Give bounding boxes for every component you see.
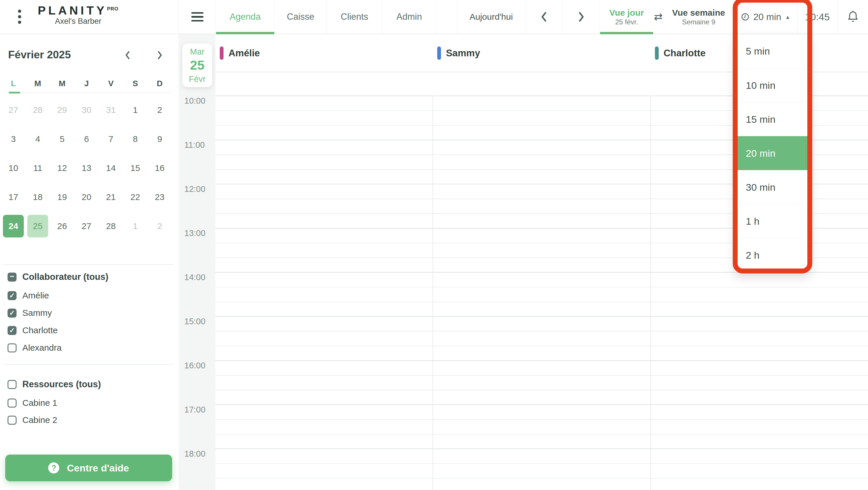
minicalendar-date-cell[interactable]: 2: [148, 212, 172, 241]
notifications-button[interactable]: [838, 0, 868, 34]
minicalendar-date-cell[interactable]: 19: [50, 183, 74, 212]
agenda-hour-row[interactable]: [215, 404, 868, 449]
date-number: 15: [125, 157, 146, 179]
minicalendar-date-cell[interactable]: 27: [1, 95, 26, 125]
nav-tab-label: Agenda: [229, 11, 261, 22]
collaborator-checkbox[interactable]: [7, 309, 17, 317]
view-week-sub: Semaine 9: [682, 18, 715, 26]
minicalendar-date-cell[interactable]: 10: [1, 154, 26, 183]
collaborators-section-header[interactable]: Collaborateur (tous): [7, 271, 108, 283]
minicalendar-date-cell[interactable]: 11: [26, 154, 50, 183]
kebab-menu-icon[interactable]: [18, 9, 21, 24]
agenda-hour-row[interactable]: [215, 272, 868, 316]
minicalendar-date-cell[interactable]: 31: [99, 95, 123, 125]
day-header-label: L: [11, 79, 16, 88]
granularity-option[interactable]: 30 min: [735, 170, 810, 204]
help-center-button[interactable]: ? Centre d'aide: [5, 455, 172, 481]
previous-day-button[interactable]: [525, 0, 563, 34]
agenda-hour-row[interactable]: [215, 449, 868, 490]
collaborator-checkbox[interactable]: [7, 343, 17, 353]
collaborator-checkbox[interactable]: [7, 326, 17, 335]
granularity-option-label: 1 h: [746, 216, 760, 227]
granularity-option[interactable]: 15 min: [735, 102, 810, 136]
minicalendar-date-cell[interactable]: 14: [99, 154, 123, 183]
time-label: 10:00: [179, 95, 215, 140]
minicalendar-date-cell[interactable]: 16: [148, 154, 172, 183]
minicalendar-date-cell[interactable]: 5: [50, 125, 74, 154]
time-label: 15:00: [179, 316, 215, 360]
agenda-hour-row[interactable]: [215, 316, 868, 360]
nav-tab[interactable]: Caisse: [275, 0, 327, 34]
minicalendar-date-cell[interactable]: 1: [123, 212, 148, 241]
resources-list: Cabine 1 Cabine 2: [7, 397, 57, 426]
resource-checkbox[interactable]: [7, 399, 17, 407]
granularity-option[interactable]: 1 h: [735, 204, 810, 238]
agenda-hour-row[interactable]: [215, 360, 868, 404]
minicalendar-date-cell[interactable]: 27: [74, 212, 99, 241]
resource-checkbox[interactable]: [7, 416, 17, 425]
minicalendar-date-cell[interactable]: 22: [123, 183, 148, 212]
minicalendar-date-cell[interactable]: 2: [148, 95, 172, 125]
minicalendar-date-cell[interactable]: 21: [99, 183, 123, 212]
resource-item[interactable]: Cabine 2: [7, 414, 57, 426]
resources-section-header[interactable]: Ressources (tous): [7, 378, 101, 391]
minicalendar-date-cell[interactable]: 28: [99, 212, 123, 241]
minicalendar-prev-button[interactable]: [124, 50, 131, 60]
minicalendar-date-cell[interactable]: 6: [74, 125, 99, 154]
view-day-tab[interactable]: Vue jour 25 févr.: [600, 0, 653, 34]
date-number: 5: [52, 128, 72, 150]
minicalendar-date-cell[interactable]: 17: [1, 183, 26, 212]
resources-select-all-checkbox[interactable]: [7, 380, 17, 389]
collaborator-item[interactable]: Charlotte: [7, 325, 62, 336]
minicalendar-date-cell[interactable]: 28: [26, 95, 50, 125]
view-day-label: Vue jour: [609, 8, 644, 18]
minicalendar-day-header: L: [1, 75, 26, 92]
collaborator-item[interactable]: Sammy: [7, 307, 62, 319]
minicalendar-date-cell[interactable]: 7: [99, 125, 123, 154]
view-week-tab[interactable]: Vue semaine Semaine 9: [663, 0, 734, 34]
hamburger-menu-button[interactable]: [179, 0, 216, 34]
minicalendar-date-cell[interactable]: 25: [26, 212, 50, 241]
date-number: 19: [52, 186, 72, 208]
granularity-option[interactable]: 2 h: [735, 238, 810, 272]
next-day-button[interactable]: [563, 0, 600, 34]
minicalendar-next-button[interactable]: [156, 50, 163, 60]
minicalendar-date-cell[interactable]: 13: [74, 154, 99, 183]
swap-view-button[interactable]: ⇄: [653, 0, 663, 34]
granularity-dropdown-button[interactable]: 20 min ▲: [734, 0, 798, 34]
minicalendar-date-cell[interactable]: 26: [50, 212, 74, 241]
nav-tab[interactable]: Agenda: [216, 0, 275, 34]
minicalendar-date-cell[interactable]: 4: [26, 125, 50, 154]
minicalendar-date-cell[interactable]: 1: [123, 95, 148, 125]
minicalendar-date-cell[interactable]: 29: [50, 95, 74, 125]
collaborator-item[interactable]: Alexandra: [7, 342, 62, 354]
collaborators-select-all-checkbox[interactable]: [7, 273, 17, 282]
planity-app: PLANITYPRO Axel's Barber Agenda Caisse C…: [0, 0, 868, 490]
minicalendar-date-cell[interactable]: 20: [74, 183, 99, 212]
minicalendar-date-cell[interactable]: 24: [1, 212, 26, 241]
minicalendar-date-cell[interactable]: 30: [74, 95, 99, 125]
minicalendar-date-cell[interactable]: 15: [123, 154, 148, 183]
minicalendar-date-cell[interactable]: 18: [26, 183, 50, 212]
minicalendar-date-cell[interactable]: 3: [1, 125, 26, 154]
minicalendar-date-cell[interactable]: 23: [148, 183, 172, 212]
minicalendar-date-cell[interactable]: 9: [148, 125, 172, 154]
minicalendar-date-cell[interactable]: 8: [123, 125, 148, 154]
nav-tab[interactable]: Admin: [382, 0, 436, 34]
sidebar-divider: [3, 264, 173, 265]
collaborators-section-title: Collaborateur (tous): [22, 272, 108, 282]
collaborator-name: Charlotte: [22, 326, 58, 335]
granularity-option[interactable]: 20 min: [735, 136, 810, 170]
resource-item[interactable]: Cabine 1: [7, 397, 57, 409]
granularity-option[interactable]: 5 min: [735, 34, 810, 68]
collaborator-checkbox[interactable]: [7, 291, 17, 300]
collaborator-item[interactable]: Amélie: [7, 290, 62, 301]
granularity-option-label: 5 min: [746, 45, 770, 57]
current-time-display: 10:45: [798, 0, 838, 34]
minicalendar-day-header: J: [74, 75, 99, 92]
date-number: 23: [149, 186, 170, 208]
nav-tab[interactable]: Clients: [327, 0, 382, 34]
minicalendar-date-cell[interactable]: 12: [50, 154, 74, 183]
today-button[interactable]: Aujourd'hui: [457, 0, 525, 34]
granularity-option[interactable]: 10 min: [735, 68, 810, 102]
